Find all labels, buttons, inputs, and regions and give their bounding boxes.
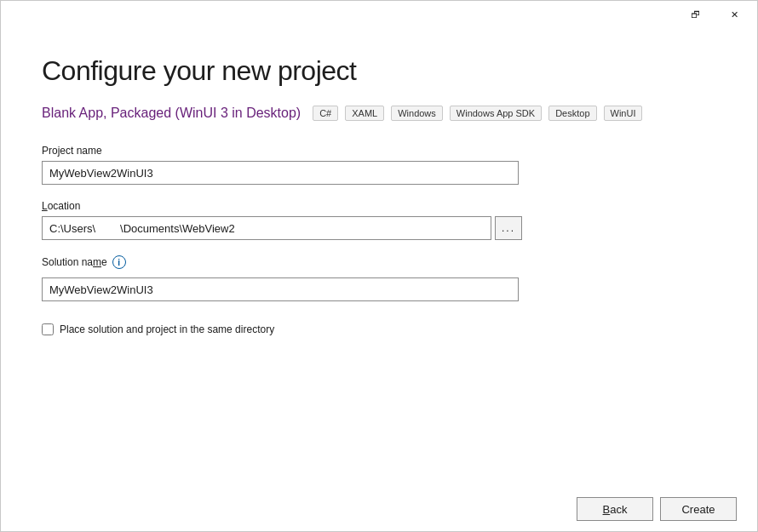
solution-name-label: Solution name: [42, 256, 107, 268]
badge-windows-app-sdk: Windows App SDK: [450, 106, 542, 121]
project-name-group: Project name: [42, 145, 716, 185]
dialog-content: Configure your new project Blank App, Pa…: [1, 28, 757, 487]
dialog-window: 🗗 ✕ Configure your new project Blank App…: [0, 0, 758, 532]
dialog-footer: Back Create: [1, 487, 757, 531]
badge-desktop: Desktop: [548, 106, 596, 121]
restore-button[interactable]: 🗗: [675, 1, 715, 28]
location-input[interactable]: [42, 216, 491, 240]
back-label: Back: [603, 503, 628, 516]
location-group: Location ...: [42, 200, 716, 240]
same-directory-label: Place solution and project in the same d…: [60, 323, 274, 335]
back-button[interactable]: Back: [577, 497, 653, 521]
create-label: Create: [681, 503, 715, 516]
browse-button[interactable]: ...: [495, 216, 522, 240]
info-icon: i: [112, 255, 126, 269]
page-title: Configure your new project: [42, 55, 716, 87]
create-button[interactable]: Create: [660, 497, 737, 521]
solution-label-row: Solution name i: [42, 255, 716, 269]
solution-name-input[interactable]: [42, 277, 519, 301]
location-row: ...: [42, 216, 716, 240]
project-subtitle: Blank App, Packaged (WinUI 3 in Desktop)…: [42, 106, 716, 121]
project-name-label: Project name: [42, 145, 716, 157]
title-bar: 🗗 ✕: [1, 1, 757, 28]
template-name: Blank App, Packaged (WinUI 3 in Desktop): [42, 106, 301, 121]
close-button[interactable]: ✕: [715, 1, 754, 28]
same-directory-row: Place solution and project in the same d…: [42, 323, 716, 335]
badge-windows: Windows: [391, 106, 443, 121]
badge-csharp: C#: [313, 106, 338, 121]
solution-name-group: Solution name i: [42, 255, 716, 301]
badge-xaml: XAML: [345, 106, 384, 121]
same-directory-checkbox[interactable]: [42, 323, 54, 335]
location-label: Location: [42, 200, 716, 212]
project-name-input[interactable]: [42, 161, 519, 185]
badge-winui: WinUI: [604, 106, 643, 121]
